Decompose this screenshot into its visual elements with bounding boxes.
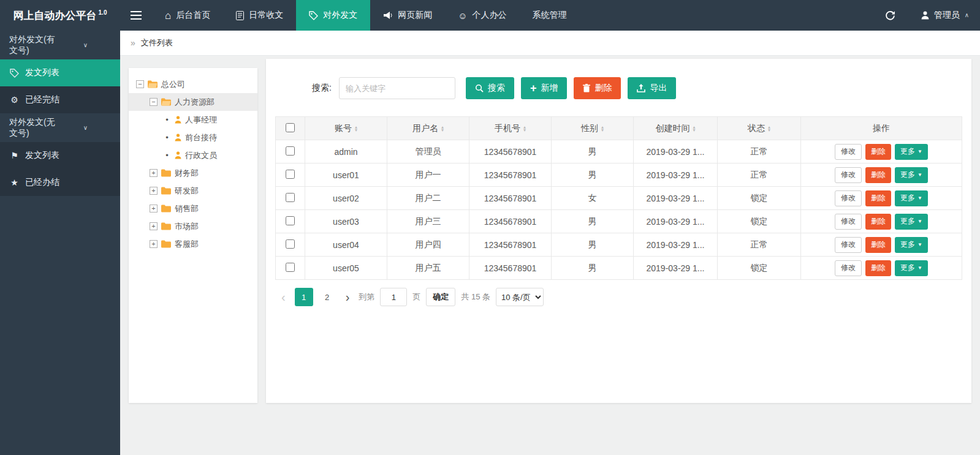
column-header-4[interactable]: 创建时间▴▾ [634, 117, 718, 140]
sidebar-item-4[interactable]: ⚑发文列表 [0, 142, 120, 169]
menu-toggle-button[interactable] [120, 0, 152, 31]
expand-toggle-icon[interactable]: + [150, 205, 158, 212]
username-cell: 管理员 [387, 140, 469, 164]
row-delete-button[interactable]: 删除 [865, 214, 891, 230]
expand-toggle-icon[interactable]: + [150, 187, 158, 195]
row-delete-button[interactable]: 删除 [865, 167, 891, 183]
select-all-checkbox[interactable] [286, 123, 295, 132]
topnav-item-3[interactable]: 网页新闻 [370, 0, 445, 31]
modify-button[interactable]: 修改 [835, 214, 862, 230]
table-row: user04用户四12345678901男2019-03-29 1...正常修改… [276, 233, 962, 257]
next-page-button[interactable]: › [342, 290, 354, 304]
page-button-1[interactable]: 1 [295, 288, 313, 306]
button-label: 新增 [541, 83, 558, 94]
tree-node-2[interactable]: •人事经理 [129, 111, 257, 129]
column-header-1[interactable]: 用户名▴▾ [387, 117, 469, 140]
tree-node-3[interactable]: •前台接待 [129, 129, 257, 146]
more-button[interactable]: 更多▼ [895, 237, 928, 253]
sort-icon[interactable]: ▴▾ [355, 126, 357, 132]
modify-button[interactable]: 修改 [835, 190, 862, 206]
modify-button[interactable]: 修改 [835, 237, 862, 253]
topnav-item-4[interactable]: ☺个人办公 [445, 0, 519, 31]
column-header-3[interactable]: 性别▴▾ [552, 117, 634, 140]
row-delete-button[interactable]: 删除 [865, 190, 891, 206]
modify-button[interactable]: 修改 [835, 167, 862, 183]
chevron-up-icon: ∧ [965, 12, 969, 18]
tree-node-0[interactable]: −总公司 [129, 75, 257, 93]
modify-button[interactable]: 修改 [835, 144, 862, 160]
sort-icon[interactable]: ▴▾ [601, 126, 604, 132]
row-delete-button[interactable]: 删除 [865, 237, 891, 253]
confirm-button[interactable]: 确定 [426, 288, 455, 306]
sidebar-item-1[interactable]: 发文列表 [0, 59, 120, 86]
sidebar-group-3[interactable]: 对外发文(无文号)∨ [0, 113, 120, 142]
modify-button[interactable]: 修改 [835, 260, 862, 276]
expand-toggle-icon[interactable]: + [150, 169, 158, 177]
topbar-right: 管理员 ∧ [870, 0, 980, 31]
prev-page-button[interactable]: ‹ [278, 290, 289, 304]
collapse-toggle-icon[interactable]: − [136, 80, 144, 88]
tree-node-9[interactable]: +客服部 [129, 235, 257, 253]
row-select-cell [276, 233, 305, 257]
row-delete-button[interactable]: 删除 [865, 144, 891, 160]
sidebar-item-2[interactable]: ⚙已经完结 [0, 86, 120, 113]
topnav-items: ⌂后台首页日常收文对外发文网页新闻☺个人办公系统管理 [152, 0, 580, 31]
column-header-0[interactable]: 账号▴▾ [305, 117, 387, 140]
tree-node-8[interactable]: +市场部 [129, 217, 257, 235]
topnav-item-0[interactable]: ⌂后台首页 [152, 0, 223, 31]
page-button-2[interactable]: 2 [318, 288, 336, 306]
sort-icon[interactable]: ▴▾ [693, 126, 695, 132]
sidebar-item-label: 发文列表 [25, 67, 59, 78]
row-checkbox[interactable] [286, 263, 295, 272]
row-checkbox[interactable] [286, 146, 295, 156]
tree-node-6[interactable]: +研发部 [129, 182, 257, 200]
expand-toggle-icon[interactable]: + [150, 240, 158, 248]
status-cell: 正常 [718, 164, 801, 187]
sort-desc-icon: ▾ [441, 129, 444, 132]
row-checkbox[interactable] [286, 193, 295, 202]
sort-icon[interactable]: ▴▾ [441, 126, 444, 132]
more-button[interactable]: 更多▼ [895, 190, 928, 206]
page-size-select[interactable]: 10 条/页 [496, 288, 544, 306]
search-button[interactable]: 搜索 [466, 77, 514, 99]
row-checkbox[interactable] [286, 239, 295, 249]
tree-node-7[interactable]: +销售部 [129, 200, 257, 217]
expand-toggle-icon[interactable]: + [150, 222, 158, 230]
button-label: 搜索 [488, 83, 505, 94]
gear-icon: ⚙ [9, 96, 20, 104]
more-button[interactable]: 更多▼ [895, 144, 928, 160]
delete-button[interactable]: 删除 [574, 77, 621, 99]
row-checkbox[interactable] [286, 170, 295, 179]
refresh-button[interactable] [870, 0, 910, 31]
user-menu[interactable]: 管理员 ∧ [910, 0, 980, 31]
sidebar-group-0[interactable]: 对外发文(有文号)∨ [0, 31, 120, 59]
row-checkbox[interactable] [286, 216, 295, 225]
row-delete-button[interactable]: 删除 [865, 260, 891, 276]
column-header-2[interactable]: 手机号▴▾ [469, 117, 552, 140]
action-button-label: 删除 [871, 239, 886, 250]
more-button[interactable]: 更多▼ [895, 167, 928, 183]
column-header-label: 手机号 [495, 123, 520, 134]
more-button[interactable]: 更多▼ [895, 260, 928, 276]
topnav-item-2[interactable]: 对外发文 [296, 0, 370, 31]
goto-page-input[interactable] [380, 288, 407, 306]
search-input[interactable] [339, 77, 455, 99]
search-label: 搜索: [312, 83, 332, 94]
tree-node-4[interactable]: •行政文员 [129, 146, 257, 164]
column-header-5[interactable]: 状态▴▾ [718, 117, 801, 140]
sidebar-item-5[interactable]: ★已经办结 [0, 169, 120, 196]
tree-node-5[interactable]: +财务部 [129, 164, 257, 182]
topnav-item-5[interactable]: 系统管理 [520, 0, 580, 31]
export-button[interactable]: 导出 [628, 77, 676, 99]
sort-icon[interactable]: ▴▾ [523, 126, 526, 132]
more-button[interactable]: 更多▼ [895, 214, 928, 230]
topnav-item-1[interactable]: 日常收文 [223, 0, 296, 31]
app-logo: 网上自动办公平台 1.0 [0, 0, 120, 31]
menu-icon [131, 11, 142, 20]
sort-icon[interactable]: ▴▾ [768, 126, 770, 132]
column-header-inner: 账号▴▾ [335, 123, 357, 134]
table-row: user02用户二12345678901女2019-03-29 1...锁定修改… [276, 187, 962, 210]
collapse-toggle-icon[interactable]: − [150, 98, 158, 106]
tree-node-1[interactable]: −人力资源部 [129, 93, 257, 111]
add-button[interactable]: +新增 [521, 77, 568, 99]
